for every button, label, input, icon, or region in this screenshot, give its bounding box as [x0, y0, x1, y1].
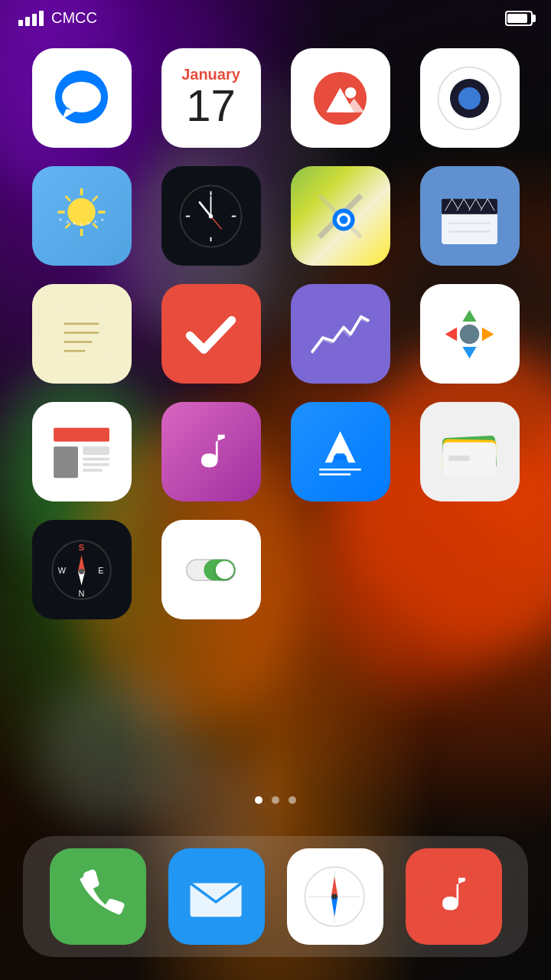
- svg-point-1: [62, 81, 101, 112]
- svg-point-36: [209, 214, 213, 217]
- app-weather[interactable]: [23, 166, 140, 266]
- svg-point-80: [216, 560, 234, 579]
- phone-icon-img: [50, 848, 146, 945]
- svg-point-10: [458, 87, 481, 109]
- app-clock[interactable]: [152, 166, 269, 266]
- svg-point-55: [460, 324, 479, 343]
- svg-text:S: S: [79, 543, 84, 552]
- music-icon-img: [406, 848, 502, 945]
- wallet-icon-img: [420, 402, 520, 501]
- dock: [0, 821, 551, 980]
- svg-point-6: [345, 87, 357, 98]
- carrier-label: CMCC: [51, 9, 97, 27]
- clock-icon-img: [161, 166, 261, 266]
- svg-marker-54: [482, 327, 494, 341]
- svg-rect-58: [83, 446, 109, 455]
- svg-rect-42: [442, 212, 497, 243]
- app-omnifocus[interactable]: [152, 284, 269, 384]
- news-icon-img: [32, 402, 132, 501]
- clapper-icon-img: [420, 166, 520, 266]
- page-dot-1[interactable]: [255, 796, 262, 804]
- photos-icon-img: [291, 48, 390, 148]
- stocks-icon-img: [291, 284, 390, 384]
- app-clapper[interactable]: [411, 166, 528, 266]
- signal-bar-1: [18, 20, 23, 26]
- dock-background: [23, 836, 528, 957]
- svg-rect-59: [83, 457, 109, 460]
- appstore-icon-img: [291, 402, 390, 501]
- compass-icon-img: S N W E: [32, 520, 132, 619]
- dock-app-phone[interactable]: [50, 848, 146, 945]
- svg-point-21: [66, 220, 69, 223]
- svg-rect-56: [54, 427, 109, 441]
- omnifocus-icon-img: [161, 284, 261, 384]
- signal-bar-3: [32, 14, 37, 26]
- settings-icon-img: [161, 520, 261, 619]
- app-appstore[interactable]: [282, 402, 399, 501]
- signal-bars: [18, 11, 44, 26]
- app-maps[interactable]: [282, 166, 399, 266]
- app-settings[interactable]: [152, 520, 269, 619]
- app-grid: January 17: [0, 33, 551, 635]
- svg-point-23: [80, 223, 83, 226]
- messages-icon-img: [32, 48, 132, 148]
- weather-icon-img: [32, 166, 132, 266]
- page-dot-2[interactable]: [272, 796, 279, 804]
- battery-icon: [505, 11, 533, 26]
- app-stocks[interactable]: [282, 284, 399, 384]
- svg-text:N: N: [79, 589, 85, 598]
- status-bar: CMCC: [0, 0, 551, 33]
- app-compass[interactable]: S N W E: [23, 520, 140, 619]
- app-itunes[interactable]: [152, 402, 269, 501]
- maps-icon-img: [291, 166, 390, 266]
- svg-point-62: [180, 420, 243, 483]
- dock-app-mail[interactable]: [168, 848, 265, 945]
- app-news[interactable]: [23, 402, 140, 501]
- page-dot-3[interactable]: [289, 796, 296, 804]
- control-icon-img: [420, 284, 520, 384]
- svg-line-17: [93, 223, 97, 227]
- signal-bar-4: [39, 11, 44, 26]
- svg-line-19: [66, 223, 70, 227]
- svg-point-11: [67, 198, 95, 225]
- svg-point-77: [79, 568, 84, 573]
- app-messages[interactable]: [23, 48, 140, 148]
- calendar-icon-img: January 17: [161, 48, 261, 148]
- svg-line-18: [93, 196, 97, 201]
- svg-rect-60: [83, 463, 109, 466]
- svg-line-16: [66, 196, 70, 201]
- svg-point-26: [101, 218, 104, 221]
- safari-icon-img: [287, 848, 383, 945]
- svg-rect-61: [83, 469, 102, 472]
- notes-icon-img: [32, 284, 132, 384]
- svg-point-41: [340, 215, 348, 224]
- app-photos[interactable]: [282, 48, 399, 148]
- svg-rect-57: [54, 446, 78, 478]
- svg-point-25: [94, 220, 97, 223]
- calendar-day: 17: [186, 83, 236, 128]
- svg-text:E: E: [98, 566, 103, 575]
- signal-bar-2: [25, 17, 30, 26]
- app-wallet[interactable]: [411, 402, 528, 501]
- app-dot[interactable]: [411, 48, 528, 148]
- svg-point-20: [59, 218, 62, 221]
- svg-rect-69: [448, 456, 469, 461]
- svg-marker-51: [462, 309, 476, 321]
- svg-point-22: [73, 221, 77, 224]
- app-calendar[interactable]: January 17: [152, 48, 269, 148]
- app-notes[interactable]: [23, 284, 140, 384]
- app-control[interactable]: [411, 284, 528, 384]
- status-left: CMCC: [18, 9, 97, 27]
- svg-marker-52: [462, 346, 476, 358]
- svg-text:W: W: [58, 566, 67, 575]
- itunes-icon-img: [161, 402, 261, 501]
- dock-app-music[interactable]: [406, 848, 502, 945]
- mail-icon-img: [168, 848, 265, 945]
- svg-point-88: [332, 893, 337, 899]
- dot-icon-img: [420, 48, 520, 148]
- svg-point-89: [424, 867, 484, 926]
- dock-app-safari[interactable]: [287, 848, 383, 945]
- svg-point-24: [87, 221, 90, 224]
- battery-fill: [507, 14, 527, 23]
- svg-marker-53: [445, 327, 457, 341]
